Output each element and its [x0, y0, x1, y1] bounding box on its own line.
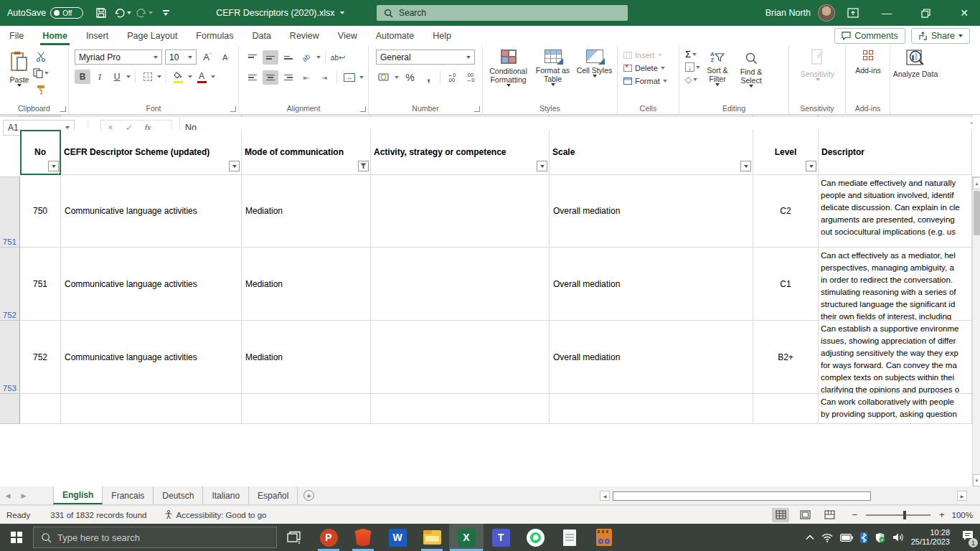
zoom-in-button[interactable]: + [939, 509, 945, 520]
comma-style-button[interactable]: , [421, 70, 436, 85]
copy-button[interactable] [33, 66, 49, 80]
speaker-icon[interactable] [892, 532, 904, 542]
tab-automate[interactable]: Automate [367, 26, 424, 45]
cell-e752[interactable]: Overall mediation [550, 248, 753, 321]
undo-icon[interactable] [112, 2, 133, 24]
name-box-splitter[interactable]: ⋮ [85, 120, 92, 128]
grow-font-button[interactable]: Aˆ [199, 50, 215, 65]
cell-a753[interactable]: 752 [20, 321, 61, 394]
format-as-table-button[interactable]: Format as Table [532, 47, 575, 103]
delete-cells-button[interactable]: × Delete [623, 64, 679, 72]
bluetooth-icon[interactable] [860, 532, 867, 543]
cell-c754[interactable] [242, 394, 371, 424]
merge-chevron-down-icon[interactable] [359, 76, 364, 79]
increase-decimal-button[interactable]: ←0 .00 [444, 70, 459, 85]
comments-button[interactable]: Comments [834, 28, 905, 44]
vertical-scroll-thumb[interactable] [974, 191, 980, 235]
sheet-tab-espanol[interactable]: Español [249, 486, 298, 504]
conditional-formatting-button[interactable]: Conditional Formatting [486, 47, 532, 103]
sheet-tab-italiano[interactable]: Italiano [203, 486, 249, 504]
format-painter-button[interactable] [33, 83, 49, 97]
scroll-left-arrow[interactable]: ◀ [600, 491, 610, 501]
document-title[interactable]: CEFR Descriptors (2020).xlsx [216, 8, 344, 18]
cell-d1[interactable]: Activity, strategy or competence [371, 130, 550, 175]
minimize-button[interactable]: — [871, 0, 903, 26]
fill-color-chevron-down-icon[interactable] [188, 75, 192, 78]
fill-button[interactable]: ↓ [685, 62, 700, 72]
tab-page-layout[interactable]: Page Layout [118, 26, 187, 45]
tab-help[interactable]: Help [423, 26, 461, 45]
accessibility-status[interactable]: Accessibility: Good to go [176, 511, 267, 519]
restore-button[interactable] [910, 0, 941, 26]
taskbar-app-powerpoint[interactable]: P [311, 524, 346, 551]
cell-d751[interactable] [371, 175, 550, 248]
number-dialog-launcher[interactable] [474, 106, 480, 112]
cell-b754[interactable] [61, 394, 242, 424]
taskbar-app-teams[interactable]: T [484, 524, 518, 551]
filter-button-activity[interactable] [537, 161, 547, 171]
filter-button-mode-active[interactable] [358, 161, 369, 171]
cell-e753[interactable]: Overall mediation [550, 321, 753, 394]
taskbar-app-video-editor[interactable] [587, 524, 621, 551]
autosum-button[interactable]: Σ [685, 49, 700, 60]
cell-e751[interactable]: Overall mediation [550, 175, 753, 248]
task-view-button[interactable] [277, 524, 311, 551]
sheet-nav-right-icon[interactable]: ▶ [16, 486, 32, 504]
cell-b1[interactable]: CEFR Descriptor Scheme (updated) [61, 130, 242, 175]
share-button[interactable]: Share [911, 28, 970, 44]
italic-button[interactable]: I [92, 70, 108, 84]
wrap-text-button[interactable]: ab↩ [330, 50, 346, 65]
filter-button-level[interactable] [806, 161, 816, 171]
find-select-button[interactable]: Find & Select [735, 49, 768, 105]
scroll-right-arrow[interactable]: ▶ [957, 491, 967, 501]
merge-center-button[interactable]: ↔ [341, 70, 357, 85]
sort-filter-button[interactable]: A Z Sort & Filter [700, 49, 735, 105]
start-button[interactable] [0, 524, 33, 551]
taskbar-search-input[interactable] [57, 532, 258, 543]
cell-a752[interactable]: 751 [20, 248, 61, 321]
tab-formulas[interactable]: Formulas [187, 26, 242, 45]
cell-d754[interactable] [371, 394, 550, 424]
tab-data[interactable]: Data [242, 26, 280, 45]
cell-g752[interactable]: Can act effectively as a mediator, hel p… [819, 248, 972, 321]
underline-button[interactable]: U [109, 70, 125, 84]
horizontal-scrollbar[interactable]: ◀ ▶ [600, 490, 967, 501]
scroll-up-arrow[interactable]: ▲ [973, 177, 980, 189]
shrink-font-button[interactable]: Aˇ [218, 50, 234, 65]
font-size-combo[interactable]: 10 [165, 50, 197, 65]
cell-e1[interactable]: Scale [550, 130, 753, 175]
cell-styles-button[interactable]: Cell Styles [575, 47, 615, 103]
normal-view-button[interactable] [772, 508, 789, 522]
system-clock[interactable]: 10:28 25/11/2023 [911, 528, 950, 547]
center-button[interactable] [263, 70, 278, 85]
sheet-tab-francais[interactable]: Francais [103, 486, 154, 504]
zoom-level[interactable]: 100% [952, 511, 973, 519]
cell-f754[interactable] [753, 394, 819, 424]
cell-f1[interactable]: Level [753, 130, 819, 175]
horizontal-scroll-thumb[interactable] [613, 491, 871, 501]
row-header-753[interactable]: 753 [0, 321, 20, 394]
quick-access-toolbar-icon[interactable] [155, 2, 176, 24]
cell-g1[interactable]: Descriptor [819, 130, 972, 175]
cell-g754[interactable]: Can work collaboratively with people by … [819, 394, 972, 424]
security-shield-icon[interactable] [875, 532, 885, 543]
cell-c1[interactable]: Mode of communication [242, 130, 371, 175]
vertical-scrollbar[interactable]: ▲ ▼ [972, 177, 980, 486]
alignment-dialog-launcher[interactable] [360, 106, 366, 112]
tab-insert[interactable]: Insert [77, 26, 118, 45]
borders-button[interactable] [140, 70, 156, 84]
row-header-752[interactable]: 752 [0, 248, 20, 321]
addins-button[interactable]: Add-ins [846, 45, 890, 101]
new-sheet-button[interactable]: + [298, 486, 319, 504]
tab-review[interactable]: Review [281, 26, 329, 45]
search-input[interactable] [399, 8, 600, 18]
page-layout-view-button[interactable] [796, 508, 814, 522]
font-color-button[interactable]: A [194, 70, 209, 84]
font-name-combo[interactable]: Myriad Pro [75, 50, 162, 65]
cell-c752[interactable]: Mediation [242, 248, 371, 321]
bold-button[interactable]: B [75, 70, 90, 84]
page-break-preview-button[interactable] [821, 508, 838, 522]
cell-d752[interactable] [371, 248, 550, 321]
decrease-decimal-button[interactable]: .00 →0 [463, 70, 478, 85]
align-right-button[interactable] [281, 70, 296, 85]
